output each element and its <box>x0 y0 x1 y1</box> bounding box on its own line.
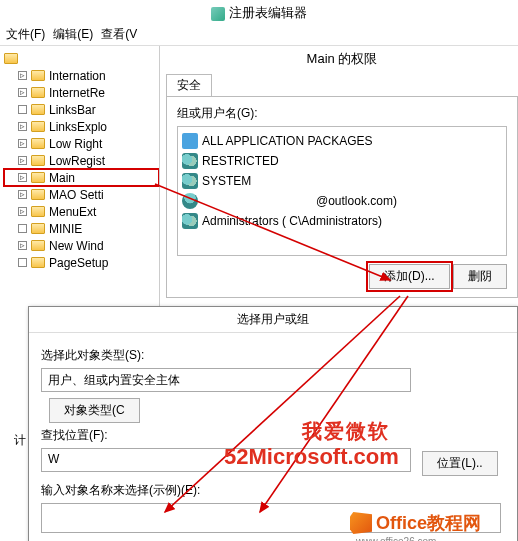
permissions-title: Main 的权限 <box>166 46 518 74</box>
expander-icon[interactable]: ▹ <box>18 173 27 182</box>
folder-icon <box>31 70 45 81</box>
tree-item[interactable]: ▹MenuExt <box>4 203 159 220</box>
footer-url: www.office26.com <box>356 536 436 541</box>
tree-folder-root[interactable] <box>4 50 159 67</box>
regedit-icon <box>211 7 225 21</box>
dialog-title: 选择用户或组 <box>29 307 517 333</box>
expander-icon[interactable]: ▹ <box>18 156 27 165</box>
menu-file[interactable]: 文件(F) <box>6 26 45 43</box>
tree-item-main[interactable]: ▹Main <box>4 169 159 186</box>
menubar: 文件(F) 编辑(E) 查看(V <box>0 24 518 46</box>
tree-item[interactable]: ▹MAO Setti <box>4 186 159 203</box>
expander-icon[interactable]: ▹ <box>18 122 27 131</box>
folder-icon <box>31 87 45 98</box>
folder-icon <box>31 257 45 268</box>
expander-icon[interactable] <box>18 258 27 267</box>
principals-list[interactable]: ALL APPLICATION PACKAGES RESTRICTED SYST… <box>177 126 507 256</box>
expander-icon[interactable] <box>18 105 27 114</box>
group-icon <box>182 173 198 189</box>
folder-icon <box>31 172 45 183</box>
expander-icon[interactable]: ▹ <box>18 207 27 216</box>
tab-security[interactable]: 安全 <box>166 74 212 96</box>
group-icon <box>182 153 198 169</box>
select-user-dialog: 选择用户或组 选择此对象类型(S): 用户、组或内置安全主体 对象类型(C 查找… <box>28 306 518 541</box>
watermark-url: 52Microsoft.com <box>224 444 399 470</box>
list-item[interactable]: RESTRICTED <box>182 151 502 171</box>
expander-icon[interactable]: ▹ <box>18 88 27 97</box>
folder-icon <box>4 53 18 64</box>
tree-item[interactable]: ▹InternetRe <box>4 84 159 101</box>
watermark-text: 我爱微软 <box>302 418 390 445</box>
locations-button[interactable]: 位置(L).. <box>422 451 497 476</box>
tree-item[interactable]: ▹LinksExplo <box>4 118 159 135</box>
expander-icon[interactable]: ▹ <box>18 71 27 80</box>
tree-item[interactable]: PageSetup <box>4 254 159 271</box>
group-label: 组或用户名(G): <box>177 105 507 122</box>
sidebar-text: 计 <box>14 432 26 449</box>
folder-icon <box>31 206 45 217</box>
object-type-field[interactable]: 用户、组或内置安全主体 <box>41 368 411 392</box>
menu-view[interactable]: 查看(V <box>101 26 137 43</box>
list-item[interactable]: @outlook.com) <box>182 191 502 211</box>
tree-item[interactable]: ▹Low Right <box>4 135 159 152</box>
object-type-label: 选择此对象类型(S): <box>41 347 505 364</box>
group-icon <box>182 213 198 229</box>
folder-icon <box>31 189 45 200</box>
tree-item[interactable]: MINIE <box>4 220 159 237</box>
permissions-panel: Main 的权限 安全 组或用户名(G): ALL APPLICATION PA… <box>160 46 518 306</box>
footer-logo: Office教程网 <box>350 511 481 535</box>
office-icon <box>350 512 372 534</box>
list-item[interactable]: Administrators ( C\Administrators) <box>182 211 502 231</box>
expander-icon[interactable]: ▹ <box>18 190 27 199</box>
tree-item[interactable]: LinksBar <box>4 101 159 118</box>
regedit-title: 注册表编辑器 <box>229 5 307 20</box>
object-name-label: 输入对象名称来选择(示例)(E): <box>41 482 505 499</box>
add-button[interactable]: 添加(D)... <box>369 264 450 289</box>
tree-item[interactable]: ▹LowRegist <box>4 152 159 169</box>
package-icon <box>182 133 198 149</box>
expander-icon[interactable]: ▹ <box>18 139 27 148</box>
folder-icon <box>31 223 45 234</box>
user-icon <box>182 193 198 209</box>
tree-item[interactable]: ▹Internation <box>4 67 159 84</box>
object-types-button[interactable]: 对象类型(C <box>49 398 140 423</box>
folder-icon <box>31 138 45 149</box>
folder-icon <box>31 240 45 251</box>
list-item[interactable]: ALL APPLICATION PACKAGES <box>182 131 502 151</box>
location-label: 查找位置(F): <box>41 427 505 444</box>
expander-icon[interactable] <box>18 224 27 233</box>
folder-icon <box>31 121 45 132</box>
list-item[interactable]: SYSTEM <box>182 171 502 191</box>
registry-tree[interactable]: ▹Internation ▹InternetRe LinksBar ▹Links… <box>0 46 160 306</box>
footer-text: Office教程网 <box>376 511 481 535</box>
folder-icon <box>31 155 45 166</box>
regedit-window: 注册表编辑器 文件(F) 编辑(E) 查看(V ▹Internation ▹In… <box>0 0 518 306</box>
tree-item[interactable]: ▹New Wind <box>4 237 159 254</box>
folder-icon <box>31 104 45 115</box>
expander-icon[interactable]: ▹ <box>18 241 27 250</box>
menu-edit[interactable]: 编辑(E) <box>53 26 93 43</box>
remove-button[interactable]: 删阴 <box>453 264 507 289</box>
